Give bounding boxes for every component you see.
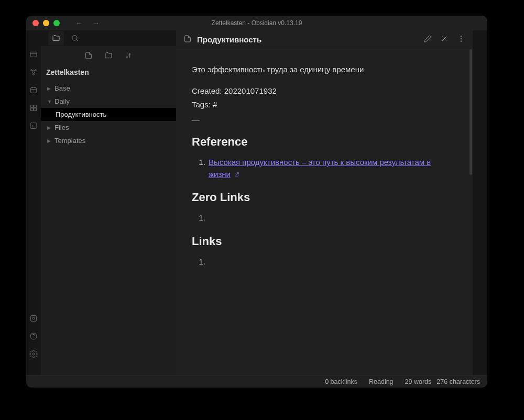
svg-rect-14 bbox=[31, 108, 34, 111]
caret-right-icon: ▶ bbox=[47, 138, 51, 143]
reference-list: Высокая продуктивность – это путь к высо… bbox=[192, 157, 453, 180]
svg-point-19 bbox=[32, 317, 35, 319]
tree-folder-files[interactable]: ▶ Files bbox=[41, 121, 176, 134]
svg-point-4 bbox=[33, 74, 35, 75]
heading-links: Links bbox=[192, 233, 453, 250]
vault-icon[interactable] bbox=[29, 314, 38, 323]
note-body-wrap: Это эффективность труда за единицу време… bbox=[176, 49, 473, 375]
caret-right-icon: ▶ bbox=[47, 125, 51, 130]
close-icon[interactable] bbox=[440, 35, 449, 45]
file-tree: ▶ Base ▼ Daily Продуктивность ▶ Files ▶ … bbox=[41, 82, 176, 375]
list-item bbox=[208, 256, 453, 268]
reference-item: Высокая продуктивность – это путь к высо… bbox=[208, 157, 453, 180]
status-mode[interactable]: Reading bbox=[369, 378, 394, 385]
heading-reference: Reference bbox=[192, 133, 453, 150]
ribbon-left bbox=[26, 30, 41, 375]
svg-point-27 bbox=[461, 36, 462, 37]
tree-label: Daily bbox=[54, 97, 70, 105]
svg-line-5 bbox=[32, 71, 34, 74]
window-title: Zettelkasten - Obsidian v0.13.19 bbox=[212, 19, 302, 27]
window-maximize-button[interactable] bbox=[53, 20, 60, 26]
sidebar-tabs bbox=[41, 30, 176, 46]
nav-arrows: ← → bbox=[75, 19, 100, 27]
note-content[interactable]: Это эффективность труда за единицу време… bbox=[176, 49, 468, 375]
svg-line-24 bbox=[77, 40, 78, 41]
separator: — bbox=[192, 114, 453, 126]
svg-rect-0 bbox=[30, 52, 37, 57]
svg-rect-8 bbox=[31, 87, 37, 93]
search-tab[interactable] bbox=[67, 31, 83, 46]
external-link-icon bbox=[234, 169, 239, 174]
files-tab[interactable] bbox=[48, 31, 64, 46]
nav-back-icon[interactable]: ← bbox=[75, 19, 83, 27]
settings-icon[interactable] bbox=[29, 350, 38, 358]
reference-link[interactable]: Высокая продуктивность – это путь к высо… bbox=[209, 158, 431, 179]
tree-file-productivity[interactable]: Продуктивность bbox=[41, 108, 176, 121]
status-wordcount: 29 words 276 characters bbox=[405, 378, 480, 385]
window-close-button[interactable] bbox=[32, 20, 39, 26]
document-icon bbox=[183, 35, 192, 45]
scroll-thumb[interactable] bbox=[470, 49, 472, 175]
svg-rect-16 bbox=[30, 123, 37, 129]
svg-point-23 bbox=[72, 36, 77, 40]
note-tags: Tags: # bbox=[192, 99, 453, 111]
new-note-icon[interactable] bbox=[84, 51, 93, 62]
tree-label: Base bbox=[54, 84, 70, 92]
links-list bbox=[192, 256, 453, 268]
graph-view-icon[interactable] bbox=[29, 68, 38, 76]
file-explorer: Zettelkasten ▶ Base ▼ Daily Продуктивнос… bbox=[41, 30, 176, 375]
ribbon-right bbox=[473, 30, 487, 375]
quick-switcher-icon[interactable] bbox=[29, 50, 38, 59]
tree-label: Продуктивность bbox=[56, 110, 106, 118]
app-body: ‹ ‹ bbox=[26, 30, 487, 375]
tree-folder-base[interactable]: ▶ Base bbox=[41, 82, 176, 95]
note-created: Created: 202201071932 bbox=[192, 85, 453, 97]
list-item bbox=[208, 212, 453, 224]
new-folder-icon[interactable] bbox=[104, 51, 113, 62]
vault-name: Zettelkasten bbox=[41, 67, 176, 82]
window-minimize-button[interactable] bbox=[43, 20, 49, 26]
note-title: Продуктивность bbox=[197, 35, 418, 44]
scrollbar[interactable] bbox=[468, 49, 473, 375]
tree-folder-templates[interactable]: ▶ Templates bbox=[41, 134, 176, 147]
svg-point-28 bbox=[461, 38, 462, 39]
caret-right-icon: ▶ bbox=[47, 86, 51, 91]
tree-folder-daily[interactable]: ▼ Daily bbox=[41, 95, 176, 108]
caret-down-icon: ▼ bbox=[47, 99, 51, 104]
svg-rect-13 bbox=[34, 105, 37, 108]
note-description: Это эффективность труда за единицу време… bbox=[192, 64, 453, 76]
zero-links-list bbox=[192, 212, 453, 224]
edit-icon[interactable] bbox=[423, 35, 432, 45]
heading-zero-links: Zero Links bbox=[192, 189, 453, 206]
note-header-actions bbox=[423, 35, 465, 45]
status-backlinks[interactable]: 0 backlinks bbox=[325, 378, 357, 385]
template-icon[interactable] bbox=[29, 104, 38, 112]
tree-label: Templates bbox=[54, 137, 85, 145]
command-palette-icon[interactable] bbox=[29, 121, 38, 130]
svg-rect-12 bbox=[31, 105, 34, 108]
editor-pane: Продуктивность Это эффективность труда з… bbox=[176, 30, 473, 375]
svg-point-29 bbox=[461, 40, 462, 41]
traffic-lights bbox=[32, 20, 60, 26]
svg-rect-15 bbox=[34, 108, 37, 111]
sort-icon[interactable] bbox=[124, 51, 133, 62]
svg-line-6 bbox=[34, 71, 36, 74]
more-icon[interactable] bbox=[457, 35, 465, 45]
nav-forward-icon[interactable]: → bbox=[92, 19, 100, 27]
svg-point-22 bbox=[32, 353, 35, 355]
help-icon[interactable] bbox=[29, 332, 38, 340]
status-bar: 0 backlinks Reading 29 words 276 charact… bbox=[26, 375, 487, 388]
titlebar: ← → Zettelkasten - Obsidian v0.13.19 bbox=[26, 16, 487, 30]
daily-note-icon[interactable] bbox=[29, 86, 38, 94]
svg-rect-18 bbox=[31, 316, 37, 322]
note-tab-header: Продуктивность bbox=[176, 30, 473, 49]
tree-label: Files bbox=[54, 124, 69, 131]
app-window: ← → Zettelkasten - Obsidian v0.13.19 ‹ ‹ bbox=[26, 16, 487, 388]
sidebar-action-bar bbox=[41, 46, 176, 67]
